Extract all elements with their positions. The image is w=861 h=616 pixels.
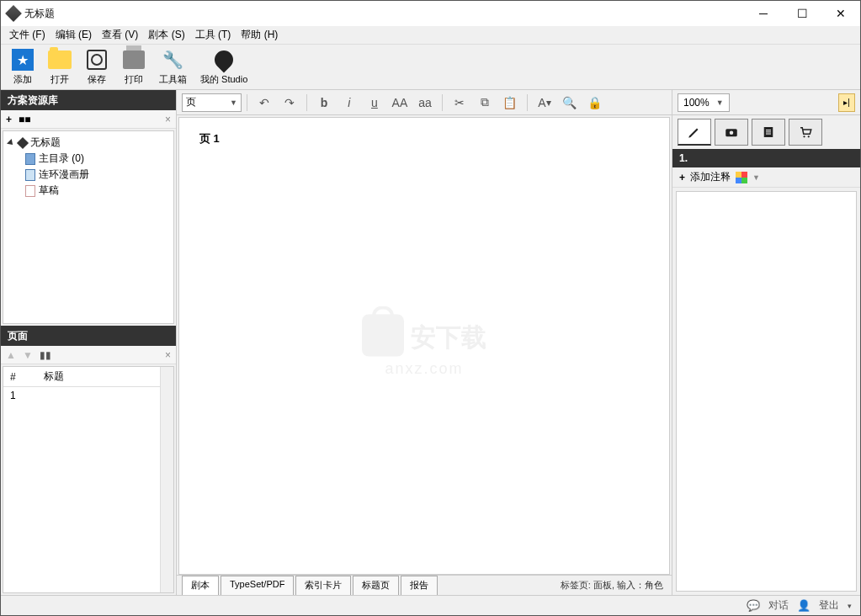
document-icon	[25, 169, 35, 181]
svg-rect-4	[766, 131, 771, 132]
pages-toolbar: ▲ ▼ ▮▮ ×	[1, 346, 176, 364]
collapse-sidebar-button[interactable]: ▸|	[838, 93, 855, 112]
right-sidebar: 100% ▼ ▸| 1. + 添加注释 ▼	[672, 90, 860, 595]
menu-edit[interactable]: 编辑 (E)	[50, 26, 97, 44]
col-num[interactable]: #	[3, 367, 37, 387]
svg-rect-5	[766, 134, 771, 135]
main-toolbar: ★ 添加 打开 保存 打印 🔧 工具箱 我的 Studio	[1, 45, 860, 90]
italic-button[interactable]: i	[337, 93, 361, 113]
app-icon	[5, 5, 22, 22]
add-resource-button[interactable]: +	[6, 114, 12, 125]
menu-view[interactable]: 查看 (V)	[97, 26, 143, 44]
star-icon: ★	[12, 49, 34, 71]
font-button[interactable]: A▾	[533, 93, 556, 113]
tab-notes[interactable]	[752, 119, 785, 146]
toolbox-button[interactable]: 🔧 工具箱	[156, 46, 190, 88]
lowercase-button[interactable]: aa	[413, 93, 437, 113]
maximize-button[interactable]: ☐	[783, 1, 821, 26]
tab-typeset[interactable]: TypeSet/PDF	[221, 576, 294, 595]
copy-button[interactable]: ⧉	[473, 93, 497, 113]
folder-icon[interactable]: ■■	[19, 114, 31, 125]
underline-button[interactable]: u	[363, 93, 386, 113]
project-icon	[17, 136, 29, 148]
add-note-label[interactable]: 添加注释	[690, 170, 731, 184]
redo-button[interactable]: ↷	[278, 93, 301, 113]
open-button[interactable]: 打开	[45, 46, 75, 88]
pen-icon	[687, 125, 702, 140]
chevron-down-icon: ▼	[230, 98, 237, 107]
resource-tree[interactable]: 无标题 主目录 (0) 连环漫画册 草稿	[3, 130, 174, 324]
tab-report[interactable]: 报告	[401, 576, 438, 595]
menu-script[interactable]: 剧本 (S)	[143, 26, 189, 44]
tree-draft[interactable]: 草稿	[7, 183, 170, 199]
print-button[interactable]: 打印	[119, 46, 149, 88]
titlebar: 无标题 ─ ☐ ✕	[1, 1, 860, 26]
table-row[interactable]: 1	[3, 387, 173, 405]
statusbar: 💬 对话 👤 登出 ▾	[1, 595, 860, 615]
lock-button[interactable]: 🔒	[583, 93, 607, 113]
menubar: 文件 (F) 编辑 (E) 查看 (V) 剧本 (S) 工具 (T) 帮助 (H…	[1, 26, 860, 45]
note-content[interactable]	[676, 191, 857, 592]
pages-panel-header: 页面	[1, 326, 176, 346]
logout-arrow[interactable]: ▾	[848, 602, 852, 610]
pages-table[interactable]: # 标题 1	[3, 366, 174, 593]
close-pages-button[interactable]: ×	[165, 349, 171, 361]
user-icon[interactable]: 👤	[797, 599, 811, 612]
menu-help[interactable]: 帮助 (H)	[236, 26, 283, 44]
tab-pen[interactable]	[678, 119, 711, 146]
left-sidebar: 方案资源库 + ■■ × 无标题 主目录 (0) 连环漫画册 草稿	[1, 90, 177, 595]
tree-root[interactable]: 无标题	[7, 135, 170, 151]
close-button[interactable]: ✕	[821, 1, 860, 26]
pages-icon[interactable]: ▮▮	[40, 349, 51, 361]
close-panel-button[interactable]: ×	[165, 114, 171, 125]
paste-button[interactable]: 📋	[498, 93, 522, 113]
folder-icon	[48, 50, 72, 69]
menu-tools[interactable]: 工具 (T)	[190, 26, 237, 44]
tab-titlepage[interactable]: 标题页	[353, 576, 399, 595]
element-selector[interactable]: 页 ▼	[182, 93, 242, 112]
scrollbar[interactable]	[160, 367, 173, 592]
svg-point-7	[808, 135, 810, 137]
save-button[interactable]: 保存	[82, 46, 112, 88]
chat-icon[interactable]: 💬	[747, 599, 760, 612]
tree-comic[interactable]: 连环漫画册	[7, 167, 170, 183]
chevron-down-icon: ▼	[716, 98, 724, 107]
wrench-icon: 🔧	[164, 50, 183, 69]
zoom-selector[interactable]: 100% ▼	[678, 93, 730, 112]
bold-button[interactable]: b	[312, 93, 336, 113]
menu-file[interactable]: 文件 (F)	[4, 26, 50, 44]
format-toolbar: 页 ▼ ↶ ↷ b i u AA aa ✂ ⧉ 📋 A▾ 🔍 🔒	[177, 90, 672, 115]
down-button[interactable]: ▼	[23, 349, 33, 361]
studio-button[interactable]: 我的 Studio	[197, 46, 251, 88]
tab-camera[interactable]	[715, 119, 748, 146]
tab-index[interactable]: 索引卡片	[295, 576, 351, 595]
note-dropdown[interactable]: ▼	[752, 173, 760, 182]
expand-icon[interactable]	[7, 139, 15, 147]
col-title[interactable]: 标题	[37, 367, 173, 387]
tab-script[interactable]: 剧本	[182, 576, 219, 595]
note-toolbar: + 添加注释 ▼	[672, 167, 860, 188]
bottom-tabs: 剧本 TypeSet/PDF 索引卡片 标题页 报告 标签页: 面板, 输入：角…	[177, 575, 672, 595]
cut-button[interactable]: ✂	[448, 93, 471, 113]
add-button[interactable]: ★ 添加	[8, 46, 38, 88]
search-button[interactable]: 🔍	[558, 93, 582, 113]
document-icon	[25, 153, 35, 165]
up-button[interactable]: ▲	[6, 349, 16, 361]
side-tabs	[672, 115, 860, 149]
add-note-plus[interactable]: +	[679, 172, 685, 183]
resources-toolbar: + ■■ ×	[1, 110, 176, 129]
undo-button[interactable]: ↶	[252, 93, 276, 113]
svg-point-1	[730, 131, 734, 135]
svg-point-6	[803, 135, 805, 137]
tab-cart[interactable]	[789, 119, 822, 146]
chat-label[interactable]: 对话	[768, 598, 789, 613]
color-picker-icon[interactable]	[736, 172, 747, 183]
page-label: 页 1	[199, 131, 649, 146]
uppercase-button[interactable]: AA	[388, 93, 412, 113]
minimize-button[interactable]: ─	[744, 1, 783, 26]
tree-main-dir[interactable]: 主目录 (0)	[7, 151, 170, 167]
camera-icon	[724, 125, 739, 140]
logout-label[interactable]: 登出	[819, 598, 839, 613]
watermark: 安下载 anxz.com	[362, 315, 486, 378]
script-editor[interactable]: 页 1 安下载 anxz.com	[178, 117, 670, 575]
